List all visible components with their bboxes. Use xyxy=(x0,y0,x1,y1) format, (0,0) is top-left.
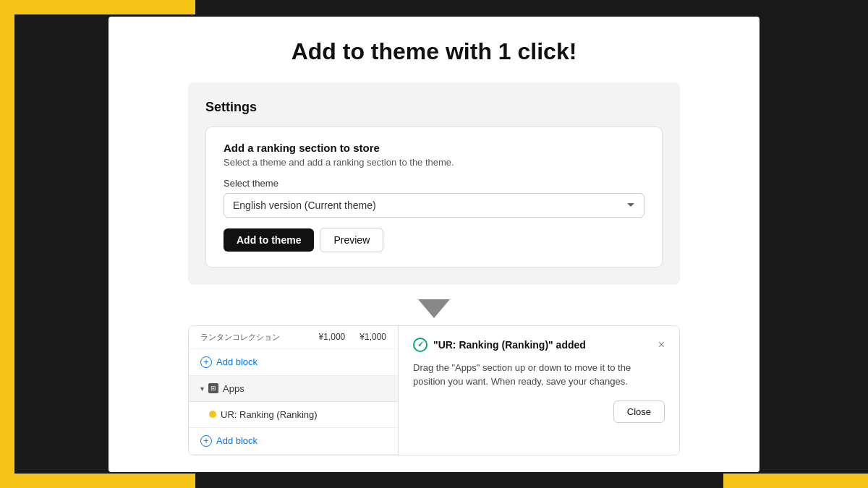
add-block-plus-icon-1: + xyxy=(200,356,212,368)
corner-accent-top-left xyxy=(0,0,195,14)
ranking-label: UR: Ranking (Ranking) xyxy=(221,409,318,420)
close-icon[interactable]: × xyxy=(658,339,665,351)
apps-icon: ⊞ xyxy=(208,383,218,393)
card-description: Select a theme and add a ranking section… xyxy=(224,157,644,168)
close-button[interactable]: Close xyxy=(613,401,665,423)
main-content-area: Add to theme with 1 click! Settings Add … xyxy=(109,17,760,472)
add-block-row-1[interactable]: + Add block xyxy=(189,349,398,376)
page-title: Add to theme with 1 click! xyxy=(292,38,577,65)
button-row: Add to theme Preview xyxy=(224,228,644,252)
add-block-label-1: Add block xyxy=(216,356,258,367)
corner-accent-bottom-left xyxy=(0,474,195,488)
price-col1: ¥1,000 xyxy=(319,332,346,342)
chevron-icon: ▾ xyxy=(200,385,204,393)
bottom-section: ランタンコレクション ¥1,000 ¥1,000 + Add block ▾ ⊞… xyxy=(188,325,680,455)
left-panel: ランタンコレクション ¥1,000 ¥1,000 + Add block ▾ ⊞… xyxy=(189,326,399,455)
arrow-down-icon xyxy=(418,299,450,318)
theme-select[interactable]: English version (Current theme) xyxy=(224,193,644,218)
inner-settings-card: Add a ranking section to store Select a … xyxy=(205,127,663,267)
card-title: Add a ranking section to store xyxy=(224,142,644,154)
settings-heading: Settings xyxy=(205,100,663,115)
settings-card: Settings Add a ranking section to store … xyxy=(188,82,680,285)
preview-button[interactable]: Preview xyxy=(320,228,383,252)
product-row: ランタンコレクション ¥1,000 ¥1,000 xyxy=(189,326,398,349)
add-block-row-2[interactable]: + Add block xyxy=(189,428,398,455)
notification-title: "UR: Ranking (Ranking)" added xyxy=(433,339,652,351)
product-japanese-text: ランタンコレクション xyxy=(200,332,305,343)
notification-header: "UR: Ranking (Ranking)" added × xyxy=(413,338,665,352)
corner-accent-bottom-right xyxy=(723,474,868,488)
price-col2: ¥1,000 xyxy=(359,332,386,342)
check-circle-icon xyxy=(413,338,427,352)
right-panel: "UR: Ranking (Ranking)" added × Drag the… xyxy=(399,326,679,455)
add-block-label-2: Add block xyxy=(216,435,258,446)
add-to-theme-button[interactable]: Add to theme xyxy=(224,228,314,252)
apps-row[interactable]: ▾ ⊞ Apps xyxy=(189,376,398,402)
apps-label: Apps xyxy=(223,383,244,394)
ranking-dot-icon xyxy=(209,411,216,418)
select-label: Select theme xyxy=(224,178,644,189)
side-accent-left xyxy=(0,14,14,474)
add-block-plus-icon-2: + xyxy=(200,435,212,447)
notification-body: Drag the "Apps" section up or down to mo… xyxy=(413,361,665,389)
ranking-row[interactable]: UR: Ranking (Ranking) xyxy=(189,402,398,428)
